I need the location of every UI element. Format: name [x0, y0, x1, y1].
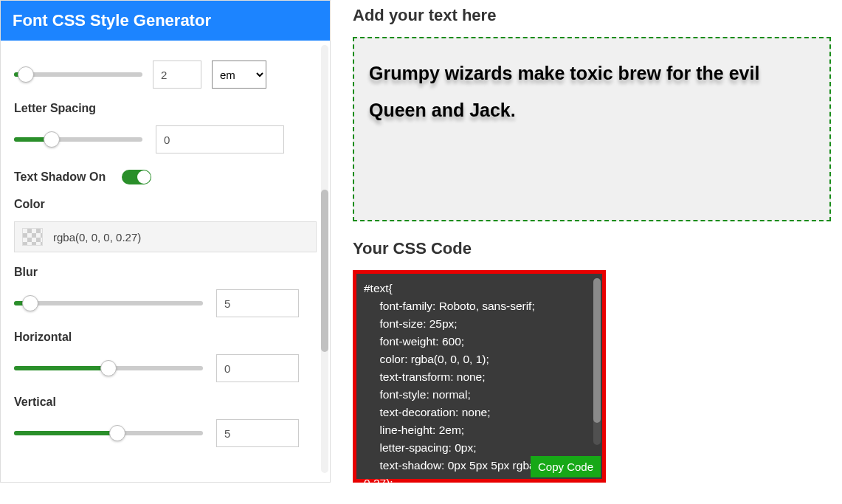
controls-panel: Font CSS Style Generator em Letter: [0, 0, 331, 483]
preview-title: Add your text here: [353, 6, 836, 25]
code-scrollbar[interactable]: [593, 278, 601, 445]
slider-thumb[interactable]: [109, 425, 125, 441]
text-shadow-toggle[interactable]: [122, 170, 151, 184]
letter-spacing-input[interactable]: [156, 125, 284, 153]
shadow-color-picker[interactable]: rgba(0, 0, 0, 0.27): [14, 221, 317, 252]
panel-scrollbar[interactable]: [321, 45, 328, 473]
slider-thumb[interactable]: [18, 66, 34, 83]
panel-title: Font CSS Style Generator: [1, 1, 330, 41]
line-height-slider[interactable]: [14, 72, 142, 77]
vertical-label: Vertical: [14, 396, 317, 409]
preview-text: Grumpy wizards make toxic brew for the e…: [369, 55, 815, 128]
letter-spacing-slider[interactable]: [14, 137, 142, 142]
toggle-knob: [137, 170, 151, 184]
slider-thumb[interactable]: [44, 131, 60, 148]
output-panel: Add your text here Grumpy wizards make t…: [353, 0, 842, 483]
line-height-unit-select[interactable]: em: [212, 61, 266, 89]
horizontal-label: Horizontal: [14, 331, 317, 344]
horizontal-slider[interactable]: [14, 366, 203, 370]
preview-box[interactable]: Grumpy wizards make toxic brew for the e…: [353, 37, 831, 221]
shadow-color-value: rgba(0, 0, 0, 0.27): [53, 231, 141, 244]
blur-input[interactable]: [216, 289, 299, 317]
text-shadow-label: Text Shadow On: [14, 170, 106, 184]
horizontal-input[interactable]: [216, 354, 299, 382]
code-output-box: #text{ font-family: Roboto, sans-serif; …: [353, 270, 606, 483]
slider-thumb[interactable]: [100, 360, 117, 376]
css-code[interactable]: #text{ font-family: Roboto, sans-serif; …: [356, 274, 602, 479]
line-height-input[interactable]: [153, 61, 201, 89]
shadow-color-label: Color: [14, 198, 317, 211]
checker-swatch-icon: [22, 228, 43, 246]
blur-slider[interactable]: [14, 301, 203, 305]
panel-scroll-thumb[interactable]: [321, 190, 328, 352]
blur-label: Blur: [14, 266, 317, 279]
copy-code-button[interactable]: Copy Code: [531, 456, 601, 477]
code-title: Your CSS Code: [353, 239, 836, 258]
vertical-input[interactable]: [216, 419, 299, 447]
letter-spacing-label: Letter Spacing: [14, 102, 317, 115]
slider-thumb[interactable]: [22, 295, 38, 311]
code-scroll-thumb[interactable]: [593, 278, 601, 423]
vertical-slider[interactable]: [14, 431, 203, 435]
